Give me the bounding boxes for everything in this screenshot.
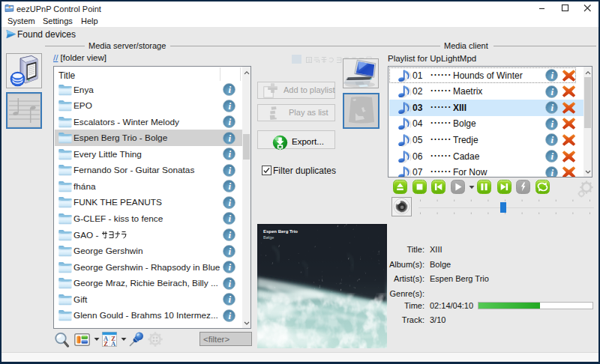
- svg-text:i: i: [228, 246, 231, 257]
- svg-text:i: i: [550, 151, 554, 162]
- svg-text:i: i: [228, 116, 231, 127]
- svg-text:i: i: [228, 100, 231, 112]
- svg-text:i: i: [228, 165, 231, 176]
- svg-text:i: i: [228, 294, 231, 305]
- svg-text:i: i: [550, 135, 554, 146]
- svg-text:i: i: [228, 197, 231, 208]
- svg-text:i: i: [228, 133, 231, 144]
- svg-text:i: i: [550, 86, 554, 97]
- svg-text:i: i: [228, 213, 231, 225]
- svg-text:A: A: [111, 340, 116, 347]
- svg-text:i: i: [550, 167, 554, 178]
- svg-text:i: i: [228, 229, 231, 240]
- svg-text:i: i: [228, 84, 231, 95]
- svg-text:Bølge: Bølge: [263, 235, 274, 240]
- svg-text:i: i: [228, 310, 231, 321]
- svg-text:i: i: [228, 261, 231, 273]
- svg-text:i: i: [228, 148, 231, 160]
- svg-text:i: i: [550, 70, 554, 81]
- svg-text:i: i: [550, 102, 554, 113]
- svg-text:i: i: [228, 181, 231, 192]
- svg-text:i: i: [550, 118, 554, 130]
- svg-text:i: i: [228, 278, 231, 289]
- svg-text:Z: Z: [104, 340, 108, 347]
- svg-text:Espen Berg Trio: Espen Berg Trio: [263, 229, 298, 234]
